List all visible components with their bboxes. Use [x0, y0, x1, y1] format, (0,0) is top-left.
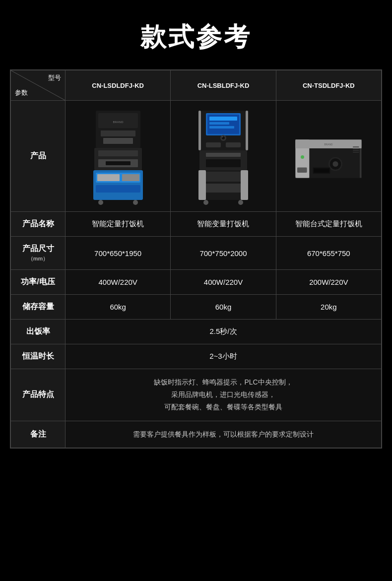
svg-point-1 — [98, 200, 103, 205]
row-temp-merged: 2~3小时 — [65, 344, 382, 369]
table-row-name: 产品名称 智能定量打饭机 智能变量打饭机 智能台式定量打饭机 — [11, 212, 382, 237]
row-label-power: 功率/电压 — [11, 270, 65, 295]
svg-rect-6 — [97, 174, 120, 181]
svg-rect-30 — [209, 117, 237, 121]
svg-rect-21 — [201, 184, 246, 193]
row-size-2: 700*750*2000 — [171, 237, 276, 270]
row-label-size: 产品尺寸 （mm） — [11, 237, 65, 270]
row-storage-3: 20kg — [276, 295, 381, 320]
svg-rect-57 — [353, 152, 359, 152]
svg-point-18 — [238, 200, 243, 205]
row-storage-2: 60kg — [171, 295, 276, 320]
row-label-storage: 储存容量 — [11, 295, 65, 320]
product-image-2 — [171, 101, 276, 212]
svg-rect-23 — [241, 170, 248, 200]
svg-rect-37 — [226, 142, 241, 147]
product-image-3: BRAND — [276, 101, 381, 212]
column-header-3: CN-TSDLDFJ-KD — [276, 70, 381, 101]
svg-rect-22 — [198, 170, 206, 200]
svg-rect-9 — [98, 150, 138, 156]
row-power-2: 400W/220V — [171, 270, 276, 295]
corner-bottom-label: 参数 — [15, 88, 28, 97]
row-label-rate: 出饭率 — [11, 320, 65, 344]
row-label-note: 备注 — [11, 421, 65, 448]
svg-rect-32 — [209, 126, 234, 129]
row-name-3: 智能台式定量打饭机 — [276, 212, 381, 237]
table-row-note: 备注 需要客户提供餐具作为样板，可以根据客户的要求定制设计 — [11, 421, 382, 448]
table-row-storage: 储存容量 60kg 60kg 20kg — [11, 295, 382, 320]
corner-top-label: 型号 — [48, 73, 61, 82]
row-name-2: 智能变量打饭机 — [171, 212, 276, 237]
svg-point-50 — [333, 161, 338, 167]
svg-point-2 — [133, 200, 138, 205]
row-label-name: 产品名称 — [11, 212, 65, 237]
table-row-power: 功率/电压 400W/220V 400W/220V 200W/220V — [11, 270, 382, 295]
svg-rect-52 — [314, 169, 329, 173]
page-title: 款式参考 — [140, 0, 252, 69]
table-row-temp: 恒温时长 2~3小时 — [11, 344, 382, 369]
svg-point-35 — [222, 136, 223, 137]
svg-text:BRAND: BRAND — [113, 121, 124, 124]
row-name-1: 智能定量打饭机 — [65, 212, 171, 237]
row-power-1: 400W/220V — [65, 270, 171, 295]
row-features-merged: 缺饭时指示灯、蜂鸣器提示，PLC中央控制，采用品牌电机，进口光电传感器，可配套餐… — [65, 369, 382, 421]
svg-rect-38 — [198, 111, 201, 150]
table-row-features: 产品特点 缺饭时指示灯、蜂鸣器提示，PLC中央控制，采用品牌电机，进口光电传感器… — [11, 369, 382, 421]
table-header-row: 型号 参数 CN-LSDLDFJ-KD CN-LSBLDFJ-KD CN-TSD… — [11, 70, 382, 101]
svg-rect-47 — [296, 140, 298, 149]
row-note-merged: 需要客户提供餐具作为样板，可以根据客户的要求定制设计 — [65, 421, 382, 448]
svg-rect-14 — [101, 130, 135, 136]
product-image-1: BRAND — [65, 101, 171, 212]
row-storage-1: 60kg — [65, 295, 171, 320]
svg-rect-5 — [96, 185, 140, 193]
table-row-rate: 出饭率 2.5秒/次 — [11, 320, 382, 344]
table-row-product-image: 产品 — [11, 101, 382, 212]
row-label-product: 产品 — [11, 101, 65, 212]
column-header-1: CN-LSDLDFJ-KD — [65, 70, 171, 101]
svg-rect-55 — [353, 148, 359, 149]
row-size-3: 670*655*750 — [276, 237, 381, 270]
row-label-temp: 恒温时长 — [11, 344, 65, 369]
svg-rect-15 — [103, 138, 133, 144]
svg-rect-7 — [122, 174, 139, 181]
svg-rect-11 — [106, 161, 131, 165]
corner-cell: 型号 参数 — [11, 70, 65, 101]
svg-text:BRAND: BRAND — [325, 143, 333, 146]
row-label-features: 产品特点 — [11, 369, 65, 421]
svg-rect-25 — [206, 153, 241, 157]
row-power-3: 200W/220V — [276, 270, 381, 295]
column-header-2: CN-LSBLDFJ-KD — [171, 70, 276, 101]
machine-2-svg — [189, 106, 258, 205]
svg-rect-59 — [297, 168, 307, 173]
svg-rect-31 — [209, 122, 229, 125]
table-row-size: 产品尺寸 （mm） 700*650*1950 700*750*2000 670*… — [11, 237, 382, 270]
machine-1-svg: BRAND — [83, 106, 153, 205]
svg-point-58 — [301, 155, 304, 159]
svg-rect-26 — [206, 159, 241, 167]
comparison-table: 型号 参数 CN-LSDLDFJ-KD CN-LSBLDFJ-KD CN-TSD… — [10, 69, 382, 449]
machine-3-svg: BRAND — [294, 106, 363, 205]
svg-rect-20 — [201, 172, 246, 182]
svg-rect-54 — [353, 147, 359, 147]
svg-rect-36 — [206, 142, 221, 147]
svg-point-17 — [203, 200, 208, 205]
svg-rect-39 — [246, 111, 248, 150]
svg-rect-56 — [353, 150, 359, 151]
row-size-1: 700*650*1950 — [65, 237, 171, 270]
row-rate-merged: 2.5秒/次 — [65, 320, 382, 344]
